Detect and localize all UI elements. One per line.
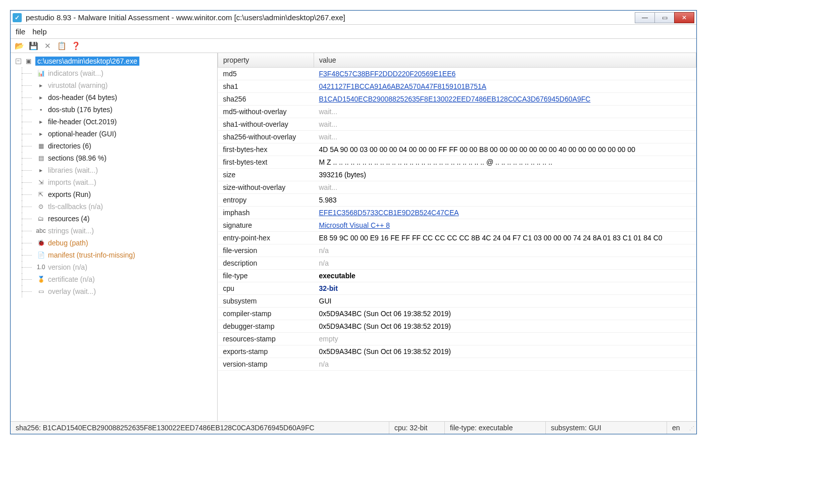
property-name: sha256-without-overlay — [218, 130, 314, 143]
property-name: md5 — [218, 67, 314, 80]
property-value: n/a — [314, 358, 696, 370]
tree-node-icon: 📄 — [37, 251, 45, 259]
table-row[interactable]: sha10421127F1BCCA91A6AB2A570A47F8159101B… — [218, 80, 696, 92]
table-row[interactable]: first-bytes-textM Z .. .. .. .. .. .. ..… — [218, 156, 696, 168]
table-row[interactable]: debugger-stamp0x5D9A34BC (Sun Oct 06 19:… — [218, 320, 696, 332]
property-name: entry-point-hex — [218, 231, 314, 244]
table-row[interactable]: subsystemGUI — [218, 294, 696, 307]
tree-item-label: manifest (trust-info-missing) — [48, 251, 135, 259]
minimize-button[interactable]: — — [635, 12, 655, 23]
table-row[interactable]: imphashEFE1C3568D5733CCB1E9D2B524C47CEA — [218, 206, 696, 219]
table-row[interactable]: exports-stamp0x5D9A34BC (Sun Oct 06 19:3… — [218, 345, 696, 358]
table-row[interactable]: entropy5.983 — [218, 193, 696, 206]
tree-item[interactable]: 1.0version (n/a) — [11, 261, 217, 273]
menu-file[interactable]: file — [16, 27, 25, 36]
table-row[interactable]: sha256B1CAD1540ECB290088252635F8E130022E… — [218, 92, 696, 105]
open-icon[interactable]: 📂 — [15, 41, 24, 51]
table-row[interactable]: size-without-overlaywait... — [218, 181, 696, 193]
tree-item-label: optional-header (GUI) — [48, 130, 116, 138]
property-value[interactable]: EFE1C3568D5733CCB1E9D2B524C47CEA — [314, 206, 696, 219]
tree-item[interactable]: 🐞debug (path) — [11, 237, 217, 249]
table-row[interactable]: resources-stampempty — [218, 332, 696, 345]
tree-item[interactable]: ⇱exports (Run) — [11, 188, 217, 200]
tree-item-label: sections (98.96 %) — [48, 154, 107, 162]
menu-help[interactable]: help — [32, 27, 46, 36]
property-value[interactable]: 0421127F1BCCA91A6AB2A570A47F8159101B751A — [314, 80, 696, 92]
tree-item[interactable]: 📄manifest (trust-info-missing) — [11, 249, 217, 261]
tree-item[interactable]: ▦directories (6) — [11, 140, 217, 152]
table-row[interactable]: cpu32-bit — [218, 282, 696, 294]
tree-node-icon: 🗂 — [37, 215, 45, 223]
tree-item[interactable]: ⊙tls-callbacks (n/a) — [11, 200, 217, 213]
table-row[interactable]: signatureMicrosoft Visual C++ 8 — [218, 219, 696, 231]
table-row[interactable]: size393216 (bytes) — [218, 168, 696, 181]
toolbar: 📂 💾 ✕ 📋 ❓ — [11, 39, 696, 53]
table-row[interactable]: md5F3F48C57C38BFF2DDD220F20569E1EE6 — [218, 67, 696, 80]
table-row[interactable]: version-stampn/a — [218, 358, 696, 370]
tree-node-icon: 📊 — [37, 69, 45, 77]
table-row[interactable]: file-versionn/a — [218, 244, 696, 257]
table-row[interactable]: md5-without-overlaywait... — [218, 105, 696, 118]
property-name: file-version — [218, 244, 314, 257]
tree-item[interactable]: 📊indicators (wait...) — [11, 67, 217, 79]
tree-panel: − ▣ c:\users\admin\desktop\267.exe 📊indi… — [11, 53, 218, 421]
property-value[interactable]: B1CAD1540ECB290088252635F8E130022EED7486… — [314, 92, 696, 105]
property-name: cpu — [218, 282, 314, 294]
property-name: description — [218, 257, 314, 269]
tree-node-icon: abc — [37, 227, 45, 235]
maximize-button[interactable]: ▭ — [654, 12, 675, 23]
table-row[interactable]: first-bytes-hex4D 5A 90 00 03 00 00 00 0… — [218, 143, 696, 156]
table-row[interactable]: sha256-without-overlaywait... — [218, 130, 696, 143]
delete-icon[interactable]: ✕ — [43, 41, 52, 51]
resize-grip[interactable]: ⋰ — [687, 425, 696, 431]
tree-node-icon: 🏅 — [37, 275, 45, 283]
tree-item[interactable]: 🗂resources (4) — [11, 213, 217, 225]
property-name: size — [218, 168, 314, 181]
tree-item[interactable]: ▤sections (98.96 %) — [11, 152, 217, 164]
property-name: first-bytes-text — [218, 156, 314, 168]
tree-item[interactable]: 🏅certificate (n/a) — [11, 273, 217, 285]
help-icon[interactable]: ❓ — [71, 41, 80, 51]
tree-root-label: c:\users\admin\desktop\267.exe — [35, 57, 139, 66]
property-value: n/a — [314, 244, 696, 257]
table-row[interactable]: compiler-stamp0x5D9A34BC (Sun Oct 06 19:… — [218, 307, 696, 320]
collapse-icon[interactable]: − — [16, 59, 21, 64]
save-icon[interactable]: 💾 — [29, 41, 38, 51]
property-value: 0x5D9A34BC (Sun Oct 06 19:38:52 2019) — [314, 307, 696, 320]
tree-item[interactable]: ▪dos-stub (176 bytes) — [11, 104, 217, 116]
table-row[interactable]: entry-point-hexE8 59 9C 00 00 E9 16 FE F… — [218, 231, 696, 244]
property-value: E8 59 9C 00 00 E9 16 FE FF FF CC CC CC C… — [314, 231, 696, 244]
properties-panel: property value md5F3F48C57C38BFF2DDD220F… — [218, 53, 696, 421]
property-value: 0x5D9A34BC (Sun Oct 06 19:38:52 2019) — [314, 320, 696, 332]
property-name: imphash — [218, 206, 314, 219]
property-value[interactable]: Microsoft Visual C++ 8 — [314, 219, 696, 231]
tree-item[interactable]: ▸optional-header (GUI) — [11, 128, 217, 140]
col-value[interactable]: value — [314, 53, 696, 67]
tree-item[interactable]: ▸dos-header (64 bytes) — [11, 91, 217, 104]
property-name: entropy — [218, 193, 314, 206]
tree-node-icon: 1.0 — [37, 263, 45, 271]
table-row[interactable]: descriptionn/a — [218, 257, 696, 269]
close-button[interactable]: ✕ — [674, 12, 694, 23]
tree-item-label: virustotal (warning) — [48, 81, 108, 89]
property-name: compiler-stamp — [218, 307, 314, 320]
property-name: resources-stamp — [218, 332, 314, 345]
tree-item[interactable]: ▸virustotal (warning) — [11, 79, 217, 91]
tree-node-icon: ⊙ — [37, 203, 45, 211]
tree-item[interactable]: ⇲imports (wait...) — [11, 176, 217, 188]
col-property[interactable]: property — [218, 53, 314, 67]
property-value: executable — [314, 269, 696, 282]
tree-item-label: dos-header (64 bytes) — [48, 93, 117, 102]
property-name: sha1-without-overlay — [218, 118, 314, 130]
tree-root[interactable]: − ▣ c:\users\admin\desktop\267.exe — [11, 55, 217, 67]
property-name: sha1 — [218, 80, 314, 92]
tree-item[interactable]: ▭overlay (wait...) — [11, 285, 217, 297]
property-value[interactable]: F3F48C57C38BFF2DDD220F20569E1EE6 — [314, 67, 696, 80]
tree-item-label: exports (Run) — [48, 190, 91, 198]
tree-item[interactable]: ▸libraries (wait...) — [11, 164, 217, 176]
tree-item[interactable]: abcstrings (wait...) — [11, 225, 217, 237]
table-row[interactable]: sha1-without-overlaywait... — [218, 118, 696, 130]
tree-item[interactable]: ▸file-header (Oct.2019) — [11, 116, 217, 128]
table-row[interactable]: file-typeexecutable — [218, 269, 696, 282]
clipboard-icon[interactable]: 📋 — [57, 41, 66, 51]
